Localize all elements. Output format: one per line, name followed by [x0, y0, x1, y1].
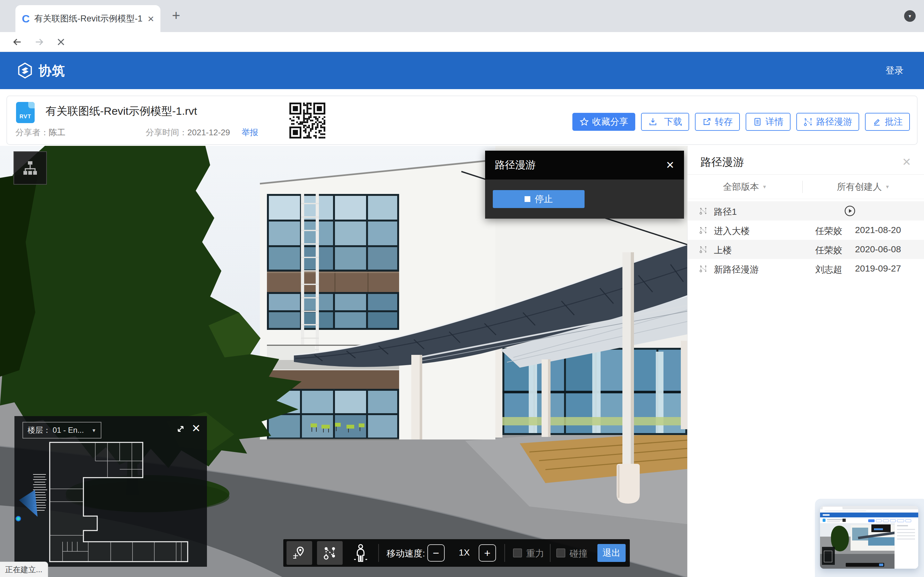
brand-name[interactable]: 协筑: [39, 62, 65, 79]
pip-preview[interactable]: [815, 499, 924, 577]
pip-btn: [883, 519, 889, 522]
document-meta: 分享者： 陈工 分享时间： 2021-12-29 举报: [15, 127, 258, 138]
pip-sidebar: [895, 523, 918, 569]
browser-tab[interactable]: C 有关联图纸-Revit示例模型-1.rvt ×: [15, 5, 160, 32]
tab-search-button[interactable]: ▼: [904, 10, 916, 22]
share-time-label: 分享时间：: [145, 127, 187, 138]
rvt-file-icon: RVT: [16, 102, 35, 123]
login-link[interactable]: 登录: [885, 64, 903, 77]
sidebar-title: 路径漫游: [700, 155, 744, 169]
creator-filter-dropdown[interactable]: 所有创建人 ▼: [803, 181, 924, 193]
person-view-button[interactable]: [351, 543, 370, 563]
pip-plan-outline: [824, 551, 832, 562]
pip-sb-line: [897, 535, 915, 536]
report-link[interactable]: 举报: [242, 127, 258, 138]
walkthrough-overlay: 路径漫游 ✕ 停止: [485, 151, 684, 219]
new-tab-button[interactable]: +: [172, 8, 180, 23]
path-nodes-icon: [322, 546, 337, 560]
path-mode-button[interactable]: [317, 541, 342, 565]
gravity-label: 重力: [526, 548, 544, 560]
pip-glass2: [868, 537, 895, 546]
pip-sb-line: [897, 538, 915, 540]
back-icon[interactable]: [11, 36, 23, 48]
waypoint-mode-button[interactable]: [286, 541, 312, 565]
walkthrough-toolbar: 移动速度: − 1X + 重力 碰撞 退出: [283, 539, 630, 567]
browser-address-bar: xz.glodon.com/document/token/gKlxBm ⋮: [0, 32, 924, 52]
floorplan-panel: 楼层： 01 - En... ▼ ✕: [15, 416, 207, 567]
speed-value: 1X: [455, 548, 474, 558]
pip-exit: [879, 564, 883, 566]
tab-close-icon[interactable]: ×: [148, 13, 154, 24]
toolbar-divider: [550, 544, 551, 562]
path-icon: [699, 207, 708, 215]
collision-label: 碰撞: [569, 548, 588, 560]
document-actions: 收藏分享 下载 转存 详情 路径漫游 批注: [572, 113, 910, 131]
floorplan-drawing: [15, 436, 207, 564]
pip-btn: [897, 519, 904, 522]
stop-reload-icon[interactable]: [55, 36, 67, 48]
toolbar-divider: [504, 544, 505, 562]
speed-decrease-button[interactable]: −: [427, 544, 445, 562]
version-filter-dropdown[interactable]: 全部版本 ▼: [688, 181, 803, 193]
pip-qr: [843, 519, 846, 522]
floorplan-close-icon[interactable]: ✕: [192, 422, 201, 435]
model-tree-button[interactable]: [13, 151, 47, 185]
model-viewport[interactable]: 路径漫游 ✕ 停止 楼层： 01 - En... ▼ ✕: [0, 146, 687, 577]
expand-icon[interactable]: [175, 423, 186, 435]
qr-code: [289, 103, 325, 139]
stop-square-icon: [525, 196, 530, 202]
walkthrough-row[interactable]: 进入大楼 任荣姣 2021-08-20: [688, 221, 924, 240]
annotate-button[interactable]: 批注: [865, 113, 910, 131]
path-icon: [699, 245, 708, 253]
walkthrough-overlay-body: 停止: [485, 179, 684, 219]
document-icon: [753, 117, 762, 127]
favorite-share-button[interactable]: 收藏分享: [572, 113, 635, 131]
document-title: 有关联图纸-Revit示例模型-1.rvt: [45, 104, 197, 119]
brand-logo-icon: [17, 62, 33, 79]
walkthrough-row[interactable]: 上楼 任荣姣 2020-06-08: [688, 240, 924, 259]
speed-label: 移动速度:: [387, 548, 425, 560]
pip-card: [820, 506, 918, 569]
forward-icon[interactable]: [33, 36, 45, 48]
structure-tree-icon: [21, 159, 39, 177]
pip-file-icon: [822, 519, 825, 522]
walkthrough-row[interactable]: 新路径漫游 刘志超 2019-09-27: [688, 259, 924, 278]
walkthrough-overlay-close-icon[interactable]: ✕: [666, 159, 674, 171]
person-icon: [351, 543, 370, 563]
exit-button[interactable]: 退出: [598, 544, 626, 562]
export-icon: [702, 117, 712, 127]
pip-sb-line: [897, 525, 908, 526]
site-header: 协筑 登录: [0, 52, 924, 89]
play-button[interactable]: [844, 205, 856, 217]
speed-increase-button[interactable]: +: [479, 544, 496, 562]
toolbar-divider: [378, 544, 379, 562]
stop-button[interactable]: 停止: [493, 190, 585, 208]
pip-meta-line: [827, 521, 840, 522]
walkthrough-overlay-header[interactable]: 路径漫游 ✕: [485, 151, 684, 179]
status-bubble: 正在建立...: [0, 562, 48, 577]
chevron-down-icon: ▼: [885, 184, 890, 189]
path-icon: [699, 226, 708, 234]
pip-stop: [874, 528, 883, 530]
pip-sb-line: [897, 529, 915, 530]
location-pin-icon: [292, 546, 307, 560]
download-icon: [648, 117, 658, 127]
document-header: RVT 有关联图纸-Revit示例模型-1.rvt 分享者： 陈工 分享时间： …: [6, 95, 918, 145]
pip-toolbar: [846, 563, 884, 567]
star-icon: [580, 117, 589, 127]
walkthrough-button[interactable]: 路径漫游: [796, 113, 859, 131]
details-button[interactable]: 详情: [746, 113, 790, 131]
walkthrough-row[interactable]: 路径1: [688, 201, 924, 221]
gravity-checkbox[interactable]: [513, 548, 522, 558]
browser-tab-strip: C 有关联图纸-Revit示例模型-1.rvt × + ▼: [0, 0, 924, 32]
sidebar-close-icon[interactable]: ✕: [902, 155, 911, 168]
site-favicon: C: [22, 13, 30, 24]
collision-checkbox[interactable]: [556, 548, 565, 558]
chevron-down-icon: ▼: [762, 184, 767, 189]
save-as-button[interactable]: 转存: [695, 113, 740, 131]
download-button[interactable]: 下载: [641, 113, 689, 131]
tab-title: 有关联图纸-Revit示例模型-1.rvt: [34, 13, 144, 24]
pip-btn: [905, 519, 911, 522]
pip-btn: [868, 519, 875, 522]
chevron-down-icon: ▼: [91, 428, 96, 433]
